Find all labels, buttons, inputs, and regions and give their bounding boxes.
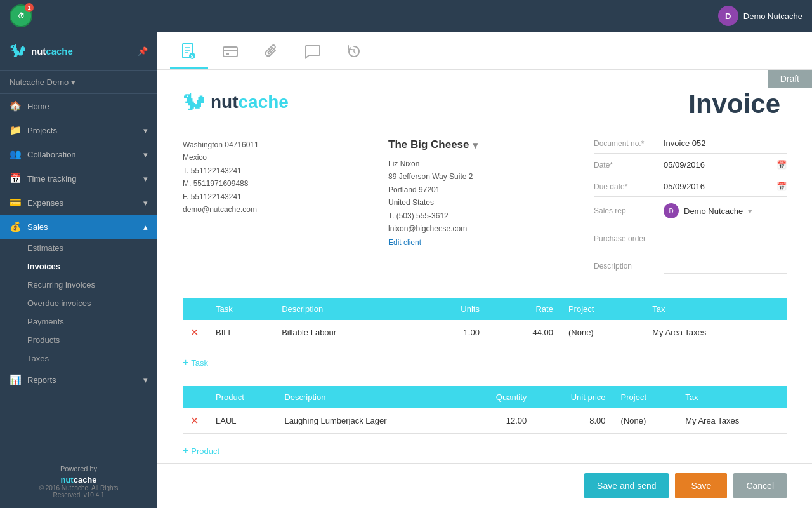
- account-name: Nutcache Demo: [10, 77, 69, 87]
- topbar: ⏱ 1 D Demo Nutcache: [0, 0, 812, 32]
- timer-button[interactable]: ⏱ 1: [10, 4, 32, 27]
- date-input[interactable]: [664, 160, 776, 170]
- product-header-project: Project: [613, 386, 678, 408]
- tab-bar: $: [157, 32, 812, 70]
- topbar-left: ⏱ 1: [10, 4, 32, 27]
- sidebar-item-time-tracking[interactable]: 📅 Time tracking ▾: [0, 166, 157, 190]
- client-address1: 89 Jefferson Way Suite 2: [388, 170, 581, 183]
- client-phone: T. (503) 555-3612: [388, 210, 581, 222]
- sidebar-label-reports: Reports: [27, 375, 56, 385]
- pin-icon: 📌: [138, 46, 148, 56]
- sales-rep-avatar: D: [664, 203, 679, 218]
- task-header-description: Description: [274, 298, 417, 320]
- sidebar-item-taxes[interactable]: Taxes: [27, 349, 157, 368]
- sidebar-item-expenses[interactable]: 💳 Expenses ▾: [0, 190, 157, 215]
- logo-icon-large: 🐿: [183, 89, 206, 116]
- sidebar-item-home[interactable]: 🏠 Home: [0, 94, 157, 118]
- product-header-quantity: Quantity: [462, 386, 534, 408]
- product-header-delete: [183, 386, 208, 408]
- from-email: demo@nutcache.com: [183, 203, 376, 216]
- sidebar-item-overdue-invoices[interactable]: Overdue invoices: [27, 294, 157, 312]
- chevron-icon-time-tracking: ▾: [143, 174, 148, 184]
- client-details: Liz Nixon 89 Jefferson Way Suite 2 Portl…: [388, 157, 581, 235]
- layout: 🐿 nutcache 📌 Nutcache Demo ▾ 🏠 Home 📁 Pr…: [0, 32, 812, 508]
- chevron-icon-projects: ▾: [143, 126, 148, 135]
- draft-badge: Draft: [768, 70, 812, 88]
- edit-client-link[interactable]: Edit client: [388, 238, 581, 247]
- from-fax: F. 551122143241: [183, 190, 376, 203]
- svg-rect-6: [223, 47, 237, 57]
- sidebar-item-invoices[interactable]: Invoices: [27, 257, 157, 276]
- time-tracking-icon: 📅: [10, 173, 21, 184]
- invoice-info: Washington 04716011 Mexico T. 5511221432…: [183, 138, 787, 285]
- add-task-button[interactable]: + Task: [183, 352, 208, 373]
- task-row-delete-cell: ✕: [183, 320, 208, 345]
- task-row-task: BILL: [208, 320, 274, 345]
- tab-attachment[interactable]: [252, 36, 291, 69]
- sidebar-label-sales: Sales: [27, 222, 48, 232]
- reports-icon: 📊: [10, 374, 21, 385]
- sidebar-item-payments[interactable]: Payments: [27, 312, 157, 331]
- add-task-label: Task: [191, 358, 208, 368]
- client-contact: Liz Nixon: [388, 157, 581, 170]
- purchase-order-field: Purchase order: [594, 231, 787, 251]
- sidebar-item-sales[interactable]: 💰 Sales ▴: [0, 215, 157, 239]
- chevron-icon-expenses: ▾: [143, 198, 148, 208]
- task-header-rate: Rate: [487, 298, 561, 320]
- cancel-button[interactable]: Cancel: [733, 473, 787, 498]
- sidebar-label-expenses: Expenses: [27, 198, 63, 208]
- task-header-project: Project: [561, 298, 645, 320]
- sidebar-item-products[interactable]: Products: [27, 331, 157, 349]
- sidebar-item-projects[interactable]: 📁 Projects ▾: [0, 118, 157, 142]
- purchase-order-input[interactable]: [664, 231, 787, 246]
- due-date-input[interactable]: [664, 182, 776, 191]
- invoice-title: Invoice: [688, 89, 787, 119]
- tab-comment[interactable]: [294, 36, 332, 69]
- doc-number-field: Document no.* Invoice 052: [594, 138, 787, 154]
- tab-history[interactable]: [335, 36, 373, 69]
- sidebar-item-reports[interactable]: 📊 Reports ▾: [0, 368, 157, 392]
- home-icon: 🏠: [10, 100, 21, 112]
- task-delete-button[interactable]: ✕: [190, 326, 199, 338]
- add-task-plus-icon: +: [183, 357, 188, 368]
- product-header-unit-price: Unit price: [534, 386, 613, 408]
- add-product-button[interactable]: + Product: [183, 440, 219, 462]
- table-row: ✕ LAUL Laughing Lumberjack Lager 12.00 8…: [183, 408, 787, 434]
- chevron-down-icon: ▾: [71, 77, 75, 87]
- task-header-tax: Tax: [645, 298, 787, 320]
- sales-rep-chevron-icon: ▾: [748, 206, 752, 216]
- sales-rep-selector[interactable]: D Demo Nutcache ▾: [664, 203, 752, 218]
- logo-icon: 🐿: [10, 41, 26, 61]
- expenses-icon: 💳: [10, 197, 21, 208]
- table-row: ✕ BILL Billable Labour 1.00 44.00 (None)…: [183, 320, 787, 345]
- footer-reserved: Reserved. v10.4.1: [10, 491, 148, 498]
- due-date-calendar-icon[interactable]: 📅: [776, 182, 787, 191]
- due-date-field: Due date* 📅: [594, 182, 787, 197]
- task-row-rate: 44.00: [487, 320, 561, 345]
- timer-badge: 1: [25, 3, 34, 12]
- tab-invoice[interactable]: $: [170, 36, 208, 69]
- account-switcher[interactable]: Nutcache Demo ▾: [0, 71, 157, 94]
- description-label: Description: [594, 262, 664, 271]
- user-avatar: D: [718, 6, 738, 26]
- task-header-delete: [183, 298, 208, 320]
- product-header-tax: Tax: [678, 386, 787, 408]
- date-calendar-icon[interactable]: 📅: [776, 160, 787, 170]
- sidebar-item-estimates[interactable]: Estimates: [27, 239, 157, 257]
- client-selector[interactable]: The Big Cheese ▾: [388, 138, 581, 151]
- doc-number-label: Document no.*: [594, 139, 664, 148]
- product-row-delete-cell: ✕: [183, 408, 208, 434]
- task-row-project: (None): [561, 320, 645, 345]
- tab-payment[interactable]: [211, 36, 249, 69]
- client-section: The Big Cheese ▾ Liz Nixon 89 Jefferson …: [388, 138, 581, 285]
- sidebar-item-recurring-invoices[interactable]: Recurring invoices: [27, 276, 157, 294]
- product-row-description: Laughing Lumberjack Lager: [277, 408, 462, 434]
- save-button[interactable]: Save: [675, 473, 727, 498]
- from-address-line: Washington 04716011: [183, 138, 376, 151]
- description-input[interactable]: [664, 258, 787, 274]
- product-delete-button[interactable]: ✕: [190, 415, 199, 427]
- sales-rep-label: Sales rep: [594, 206, 664, 215]
- sidebar-item-collaboration[interactable]: 👥 Collaboration ▾: [0, 142, 157, 166]
- task-row-tax: My Area Taxes: [645, 320, 787, 345]
- save-and-send-button[interactable]: Save and send: [584, 473, 669, 498]
